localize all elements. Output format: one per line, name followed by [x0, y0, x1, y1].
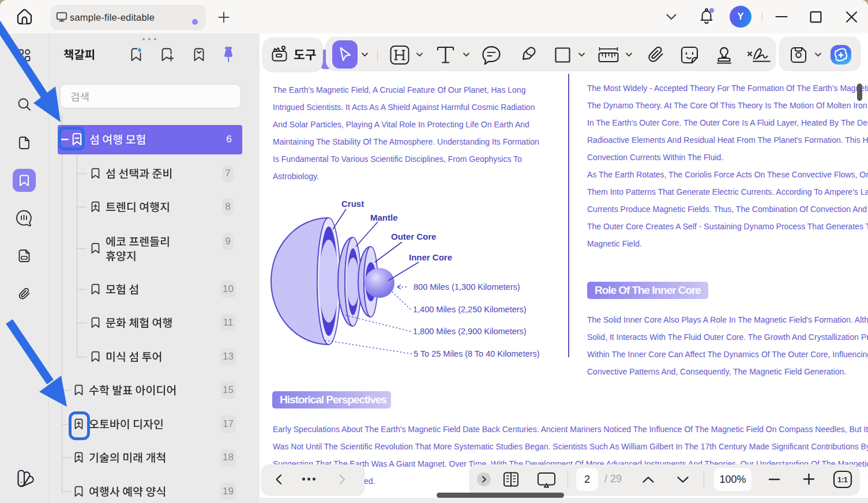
- svg-text:Outer Core: Outer Core: [391, 232, 436, 241]
- svg-text:1,800 Miles (2,900 Kilometers): 1,800 Miles (2,900 Kilometers): [413, 327, 527, 336]
- svg-text:5 To 25 Miles (8 To 40 Kilomet: 5 To 25 Miles (8 To 40 Kilometers): [414, 349, 540, 358]
- svg-text:1,400 Miles (2,250 Kilometers): 1,400 Miles (2,250 Kilometers): [413, 305, 527, 314]
- svg-text:1:1: 1:1: [837, 476, 848, 484]
- svg-text:Mantle: Mantle: [370, 213, 398, 222]
- svg-text:800 Miles (1,300 Kilometers): 800 Miles (1,300 Kilometers): [414, 282, 520, 292]
- svg-text:Inner Core: Inner Core: [409, 252, 452, 262]
- svg-text:Crust: Crust: [341, 199, 364, 209]
